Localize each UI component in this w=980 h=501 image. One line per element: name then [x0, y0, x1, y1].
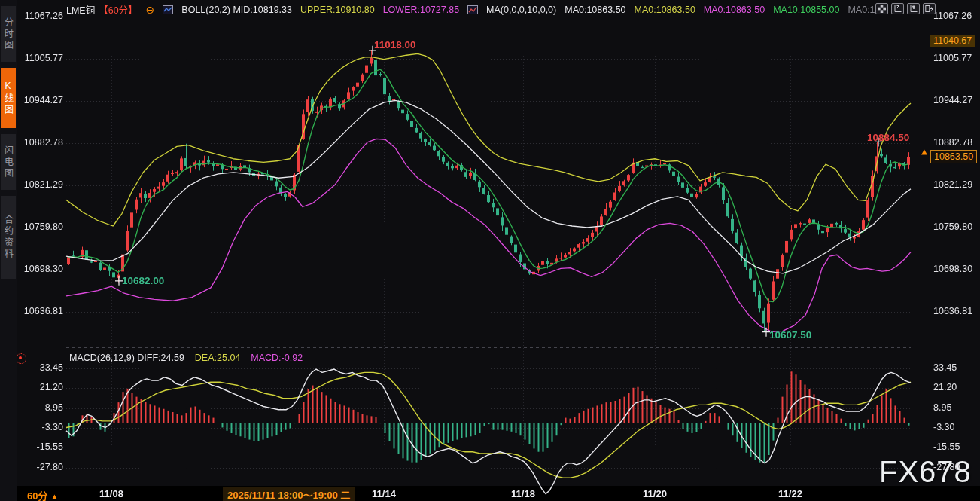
day-high-badge: 11040.67 — [930, 35, 975, 47]
price-axis-label: 10636.81 — [933, 306, 972, 316]
price-axis-label: 11067.26 — [933, 11, 972, 21]
trading-terminal: LME铜 【60分】 ⊖ BOLL(20,2) MID:10819.33 UPP… — [0, 0, 980, 501]
macd-axis-label: 8.95 — [20, 402, 63, 413]
price-axis-label: 10944.27 — [933, 95, 972, 105]
price-axis-label: 11067.26 — [20, 11, 63, 21]
price-axis-label: 11005.77 — [933, 53, 972, 63]
macd-axis-label: -3.30 — [933, 422, 955, 432]
last-price-badge: 10863.50 — [930, 150, 977, 163]
price-axis-label: 10944.27 — [20, 95, 63, 105]
tab-lightning-chart[interactable]: 闪电图 — [1, 134, 16, 190]
macd-axis-label: -3.30 — [20, 422, 63, 432]
price-axis-label: 10759.80 — [20, 221, 63, 232]
y-scale-left-icon[interactable] — [891, 3, 904, 14]
date-tick: 11/20 — [643, 488, 667, 499]
macd-header: MACD(26,12,9) DIFF:24.59 DEA:25.04 MACD:… — [69, 353, 303, 363]
boll-upper-value: UPPER:10910.80 — [300, 5, 375, 15]
tab-time-chart[interactable]: 分时图 — [1, 6, 16, 62]
date-tick: 11/08 — [99, 488, 123, 499]
timeframe-label[interactable]: 60分 ▲ — [27, 488, 59, 501]
price-axis-label: 10821.29 — [20, 179, 63, 190]
low-annotation: 10607.50 — [769, 329, 811, 341]
indicator-bar: LME铜 【60分】 ⊖ BOLL(20,2) MID:10819.33 UPP… — [66, 2, 885, 17]
price-axis-label: 10821.29 — [933, 179, 972, 190]
boll-values: BOLL(20,2) MID:10819.33 — [181, 5, 292, 15]
price-axis-label: 11005.77 — [20, 53, 63, 63]
collapse-icon[interactable]: ⊖ — [146, 5, 155, 15]
timeframe-up-arrow-icon: ▲ — [50, 492, 59, 501]
price-axis-label: 10698.30 — [933, 264, 972, 274]
symbol-label: LME铜 — [66, 2, 95, 17]
macd-axis-label: 21.20 — [20, 382, 63, 393]
high-annotation: 10884.50 — [867, 132, 909, 143]
ma0-magenta-value: MA0:10863.50 — [704, 5, 765, 15]
tab-contract-info[interactable]: 合约资料 — [1, 196, 16, 279]
y-scale-right-icon[interactable] — [907, 3, 920, 14]
price-axis-label: 10882.78 — [20, 137, 63, 148]
ma-indicator-icon[interactable] — [467, 5, 478, 14]
macd-axis-label: 33.45 — [20, 362, 63, 373]
period-label[interactable]: 【60分】 — [99, 2, 137, 17]
macd-axis-label: 8.95 — [933, 402, 951, 413]
boll-lower-value: LOWER:10727.85 — [383, 5, 459, 15]
crosshair-datetime-badge: 2025/11/11 18:00～19:00 二 — [223, 487, 355, 501]
chart-tool-buttons — [875, 3, 936, 14]
ma0-white-value: MA0:10863.50 — [565, 5, 625, 15]
chart-canvas[interactable] — [0, 0, 980, 501]
macd-axis-label: -15.55 — [933, 441, 960, 452]
macd-diff-value: MACD(26,12,9) DIFF:24.59 — [69, 353, 184, 363]
macd-dea-value: DEA:25.04 — [195, 353, 240, 363]
ma10-value: MA10:10855.00 — [773, 5, 839, 15]
price-axis-label: 10636.81 — [20, 306, 63, 316]
price-axis-label: 10698.30 — [20, 264, 63, 274]
date-tick: 11/18 — [511, 488, 535, 499]
macd-value: MACD:-0.92 — [251, 353, 303, 363]
macd-axis-label: -27.80 — [20, 462, 63, 472]
date-tick: 11/22 — [778, 488, 802, 499]
low-annotation: 10682.00 — [122, 275, 164, 286]
date-tick: 11/14 — [372, 488, 396, 499]
price-axis-label: 10759.80 — [933, 221, 972, 232]
macd-axis-label: -27.80 — [933, 462, 960, 472]
macd-axis-label: 21.20 — [933, 382, 957, 393]
macd-axis-label: 33.45 — [933, 362, 957, 373]
ma-params: MA(0,0,0,10,0,0) — [486, 5, 556, 15]
high-annotation: 11018.00 — [374, 39, 416, 50]
move-layout-icon[interactable] — [875, 3, 888, 14]
date-axis-bar: 60分 ▲ 11/08 11/14 11/18 11/20 11/22 2025… — [17, 486, 980, 501]
price-axis-label: 10882.78 — [933, 137, 972, 148]
tab-kline-chart[interactable]: K线图 — [1, 68, 16, 128]
ma0-yellow-value: MA0:10863.50 — [635, 5, 695, 15]
boll-indicator-icon[interactable] — [163, 5, 173, 14]
macd-axis-label: -15.55 — [20, 441, 63, 452]
left-tabbar: 分时图 K线图 闪电图 合约资料 — [0, 0, 17, 501]
pan-right-icon[interactable] — [923, 3, 936, 14]
